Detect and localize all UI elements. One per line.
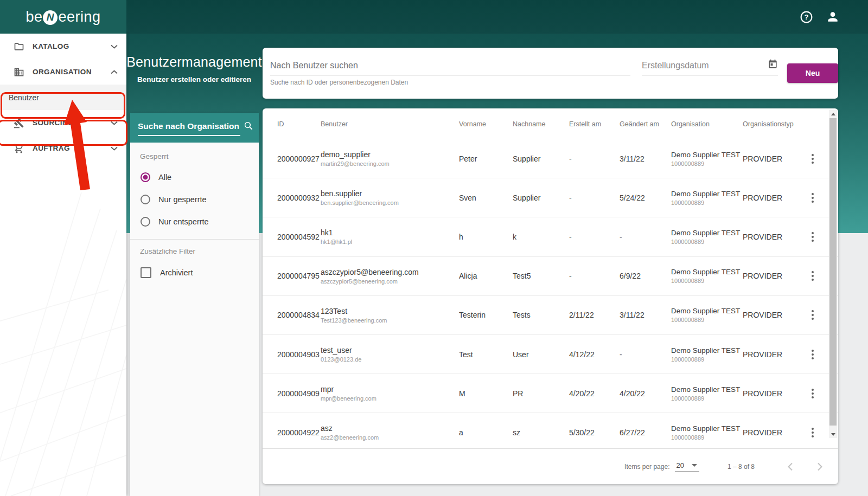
radio-selected-icon bbox=[140, 172, 151, 183]
row-menu-button[interactable] bbox=[809, 424, 816, 441]
cell-geaendert-am: 6/27/22 bbox=[620, 428, 671, 437]
scroll-up-icon[interactable] bbox=[829, 110, 837, 118]
calendar-icon[interactable] bbox=[768, 59, 778, 72]
username: mpr bbox=[321, 385, 459, 394]
organisation-id: 1000000889 bbox=[671, 160, 743, 167]
table-row[interactable]: 2000004903 test_user 0123@0123.de Test U… bbox=[263, 335, 838, 374]
radio-label: Nur entsperrte bbox=[158, 217, 209, 226]
radio-nur-entsperrte[interactable]: Nur entsperrte bbox=[130, 210, 259, 233]
brand-logo[interactable]: be N eering bbox=[0, 0, 126, 34]
cell-geaendert-am: 3/11/22 bbox=[620, 311, 671, 319]
cell-benutzer: hk1 hk1@hk1.pl bbox=[321, 228, 459, 245]
svg-text:?: ? bbox=[805, 12, 809, 21]
cell-nachname: PR bbox=[513, 389, 569, 398]
organisation-id: 1000000889 bbox=[671, 199, 743, 206]
organisation-id: 1000000889 bbox=[671, 278, 743, 284]
column-header-vorname[interactable]: Vorname bbox=[459, 120, 513, 128]
sidebar-item-sourcing[interactable]: SOURCING bbox=[0, 110, 126, 136]
chevron-up-icon bbox=[110, 70, 118, 74]
column-header-geaendert-am[interactable]: Geändert am bbox=[620, 120, 671, 128]
checkbox-archiviert[interactable]: Archiviert bbox=[130, 261, 259, 285]
page-header: Benutzermanagement Benutzer erstellen od… bbox=[126, 54, 262, 83]
scrollbar-thumb[interactable] bbox=[829, 118, 837, 426]
cell-erstellt-am: 4/20/22 bbox=[569, 389, 620, 398]
cell-organisationstyp: PROVIDER bbox=[743, 428, 800, 437]
radio-unselected-icon bbox=[140, 216, 151, 227]
cell-organisationstyp: PROVIDER bbox=[743, 272, 800, 280]
logo-text-post: eering bbox=[58, 9, 100, 25]
username: hk1 bbox=[321, 228, 459, 237]
radio-label: Alle bbox=[158, 173, 171, 182]
table-scrollbar[interactable] bbox=[829, 110, 837, 438]
row-menu-button[interactable] bbox=[809, 307, 816, 323]
row-menu-button[interactable] bbox=[809, 346, 816, 363]
table-row[interactable]: 2000004909 mpr mpr@beneering.com M PR 4/… bbox=[263, 374, 838, 413]
help-icon[interactable]: ? bbox=[800, 10, 813, 24]
column-header-nachname[interactable]: Nachname bbox=[513, 120, 569, 128]
table-row[interactable]: 2000004922 asz asz2@beneering.com a sz 5… bbox=[263, 413, 838, 452]
caret-down-icon bbox=[692, 464, 697, 467]
user-email: 0123@0123.de bbox=[321, 356, 459, 363]
cell-erstellt-am: 2/11/22 bbox=[569, 311, 620, 319]
sidebar-item-organisation[interactable]: ORGANISATION bbox=[0, 59, 126, 85]
radio-nur-gesperrte[interactable]: Nur gesperrte bbox=[130, 188, 259, 210]
row-menu-button[interactable] bbox=[809, 268, 816, 284]
filter-panel: Gesperrt Alle Nur gesperrte Nur entsperr… bbox=[130, 113, 259, 496]
cart-icon bbox=[13, 143, 25, 154]
chevron-down-icon bbox=[110, 44, 118, 49]
logo-text-pre: be bbox=[25, 9, 42, 25]
sidebar: KATALOG ORGANISATION Benutzer SOURCING A… bbox=[0, 34, 126, 496]
row-menu-button[interactable] bbox=[809, 190, 816, 206]
org-search-input[interactable] bbox=[138, 119, 240, 136]
cell-geaendert-am: 6/9/22 bbox=[620, 272, 671, 280]
cell-organisation: Demo Supplier TEST 1000000889 bbox=[671, 151, 743, 167]
sidebar-item-label: AUFTRAG bbox=[33, 144, 110, 152]
scroll-down-icon[interactable] bbox=[829, 430, 837, 438]
items-per-page-select[interactable]: 20 bbox=[675, 461, 699, 472]
column-header-erstellt-am[interactable]: Erstellt am bbox=[569, 120, 620, 128]
row-menu-button[interactable] bbox=[809, 385, 816, 402]
gavel-icon bbox=[13, 118, 25, 128]
column-header-organisationstyp[interactable]: Organisationstyp bbox=[743, 120, 800, 128]
organisation-name: Demo Supplier TEST bbox=[671, 190, 743, 198]
cell-geaendert-am: 3/11/22 bbox=[620, 154, 671, 163]
user-search-input[interactable] bbox=[270, 57, 630, 75]
user-email: Test123@beneering.com bbox=[321, 317, 459, 324]
table-row[interactable]: 2000000932 ben.supplier ben.supplier@ben… bbox=[263, 178, 838, 217]
cell-benutzer: test_user 0123@0123.de bbox=[321, 346, 459, 363]
column-header-id[interactable]: ID bbox=[277, 120, 321, 128]
organisation-name: Demo Supplier TEST bbox=[671, 151, 743, 159]
table-row[interactable]: 2000004834 123Test Test123@beneering.com… bbox=[263, 296, 838, 335]
search-icon[interactable] bbox=[244, 121, 253, 133]
cell-benutzer: asz asz2@beneering.com bbox=[321, 424, 459, 441]
sidebar-item-benutzer[interactable]: Benutzer bbox=[0, 85, 126, 110]
creation-date-input[interactable] bbox=[642, 57, 768, 72]
organisation-id: 1000000889 bbox=[671, 317, 743, 323]
folder-icon bbox=[13, 41, 25, 52]
table-row[interactable]: 2000000927 demo_supplier martin29@beneer… bbox=[263, 139, 838, 178]
user-avatar-icon[interactable] bbox=[826, 10, 840, 24]
column-header-organisation[interactable]: Organisation bbox=[671, 120, 743, 128]
cell-nachname: sz bbox=[513, 428, 569, 437]
radio-alle[interactable]: Alle bbox=[130, 166, 259, 188]
cell-id: 2000004834 bbox=[277, 311, 321, 319]
cell-erstellt-am: - bbox=[569, 272, 620, 280]
sidebar-item-katalog[interactable]: KATALOG bbox=[0, 34, 126, 59]
table-row[interactable]: 2000004592 hk1 hk1@hk1.pl h k - - Demo S… bbox=[263, 217, 838, 256]
row-menu-button[interactable] bbox=[809, 229, 816, 245]
cell-benutzer: 123Test Test123@beneering.com bbox=[321, 307, 459, 324]
username: demo_supplier bbox=[321, 150, 459, 159]
cell-id: 2000000927 bbox=[277, 154, 321, 163]
column-header-benutzer[interactable]: Benutzer bbox=[321, 120, 459, 128]
table-row[interactable]: 2000004795 aszczypior5@beneering.com asz… bbox=[263, 257, 838, 296]
prev-page-button[interactable] bbox=[787, 462, 793, 471]
cell-organisationstyp: PROVIDER bbox=[743, 154, 800, 163]
sidebar-item-auftrag[interactable]: AUFTRAG bbox=[0, 136, 126, 161]
new-button[interactable]: Neu bbox=[787, 63, 838, 83]
next-page-button[interactable] bbox=[817, 462, 823, 471]
row-menu-button[interactable] bbox=[809, 151, 816, 167]
cell-benutzer: ben.supplier ben.supplier@beneering.com bbox=[321, 189, 459, 206]
cell-erstellt-am: - bbox=[569, 233, 620, 241]
cell-id: 2000004795 bbox=[277, 272, 321, 280]
user-email: ben.supplier@beneering.com bbox=[321, 199, 459, 206]
